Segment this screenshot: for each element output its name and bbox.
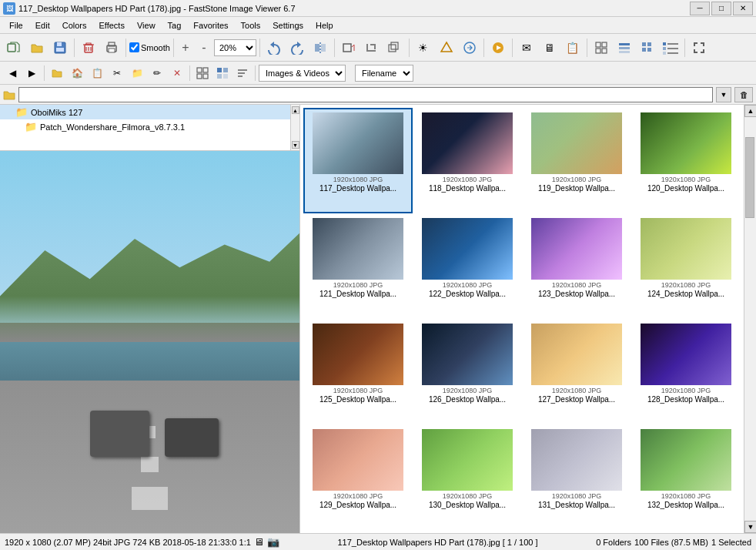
menu-tag[interactable]: Tag (162, 19, 188, 32)
nav-copy-button[interactable]: 📋 (88, 64, 106, 82)
nav-delete-button[interactable]: ✕ (168, 64, 186, 82)
forward-button[interactable]: ▶ (22, 64, 41, 82)
view-details-button[interactable] (660, 37, 681, 59)
thumb-item-2[interactable]: 1920x1080 JPG118_Desktop Wallpa... (413, 108, 522, 213)
nav-sort-button[interactable] (233, 64, 252, 82)
menu-settings[interactable]: Settings (266, 19, 309, 32)
nav-rename-button[interactable]: ✏ (148, 64, 166, 82)
wallpaper-button[interactable]: 🖥 (539, 37, 560, 59)
tree-item-patch[interactable]: 📁 Patch_Wondershare_Filmora_v8.7.3.1 (0, 119, 290, 134)
thumb-meta-10: 1920x1080 JPG (443, 387, 493, 394)
menu-file[interactable]: File (3, 19, 29, 32)
nav-home-button[interactable]: 🏠 (68, 64, 86, 82)
thumb-item-5[interactable]: 1920x1080 JPG121_Desktop Wallpa... (303, 213, 413, 319)
thumb-item-15[interactable]: 1920x1080 JPG131_Desktop Wallpa... (522, 424, 631, 530)
svg-rect-45 (217, 74, 222, 79)
menu-tools[interactable]: Tools (235, 19, 267, 32)
flip-h-button[interactable] (309, 37, 331, 59)
thumb-meta-13: 1920x1080 JPG (333, 492, 383, 500)
status-counts: 0 Folders 100 Files (87.5 MB) 1 Selected (596, 538, 751, 547)
separator-2 (125, 39, 126, 57)
nav-select-all-button[interactable] (193, 64, 212, 82)
crop-button[interactable] (361, 37, 383, 59)
tree-scroll-down[interactable]: ▼ (292, 141, 299, 149)
thumb-item-7[interactable]: 1920x1080 JPG123_Desktop Wallpa... (522, 213, 631, 319)
open-file-button[interactable] (3, 37, 25, 59)
thumb-item-1[interactable]: 1920x1080 JPG117_Desktop Wallpa... (303, 108, 413, 213)
menu-view[interactable]: View (131, 19, 162, 32)
scroll-thumb[interactable] (745, 137, 754, 218)
rotate-right-button[interactable] (286, 37, 308, 59)
tree-scroll-up[interactable]: ▲ (292, 106, 299, 114)
clone-button[interactable] (384, 37, 406, 59)
nav-thumb-size-button[interactable] (213, 64, 232, 82)
svg-rect-15 (343, 44, 351, 52)
open-folder-button[interactable] (26, 37, 48, 59)
thumb-item-16[interactable]: 1920x1080 JPG132_Desktop Wallpa... (631, 424, 741, 530)
selected-count: 1 Selected (711, 538, 751, 547)
close-button[interactable]: ✕ (733, 2, 753, 15)
menu-edit[interactable]: Edit (29, 19, 56, 32)
thumb-item-10[interactable]: 1920x1080 JPG126_Desktop Wallpa... (413, 319, 522, 424)
svg-rect-11 (109, 49, 115, 52)
nav-move-button[interactable]: ✂ (108, 64, 126, 82)
copy-button[interactable]: 📋 (562, 37, 584, 59)
batch-button[interactable] (590, 37, 612, 59)
thumb-image-2 (422, 112, 513, 174)
menu-help[interactable]: Help (309, 19, 340, 32)
thumb-item-6[interactable]: 1920x1080 JPG122_Desktop Wallpa... (413, 213, 522, 319)
sort-select[interactable]: Filename Date Size Type (355, 65, 413, 82)
separator-3 (173, 39, 174, 57)
nav-open-button[interactable] (48, 64, 66, 82)
thumb-item-9[interactable]: 1920x1080 JPG125_Desktop Wallpa... (303, 319, 413, 424)
nav-new-folder-button[interactable]: 📁 (128, 64, 146, 82)
delete-button[interactable] (78, 37, 99, 59)
svg-rect-28 (619, 51, 630, 53)
menu-favorites[interactable]: Favorites (187, 19, 234, 32)
minimize-button[interactable]: ─ (690, 2, 710, 15)
smooth-checkbox[interactable] (129, 42, 139, 52)
menu-colors[interactable]: Colors (56, 19, 93, 32)
view-grid-button[interactable] (637, 37, 658, 59)
thumb-item-3[interactable]: 1920x1080 JPG119_Desktop Wallpa... (522, 108, 631, 213)
scroll-down-button[interactable]: ▼ (744, 521, 756, 533)
maximize-button[interactable]: □ (711, 2, 731, 15)
zoom-select[interactable]: 5%10%20%25% 33%50%75%100% (214, 39, 256, 56)
zoom-in-button[interactable]: + (177, 39, 194, 56)
zoom-out-button[interactable]: - (196, 39, 212, 56)
window-controls: ─ □ ✕ (690, 2, 753, 15)
scroll-up-button[interactable]: ▲ (744, 105, 756, 117)
menu-effects[interactable]: Effects (93, 19, 131, 32)
thumb-item-8[interactable]: 1920x1080 JPG124_Desktop Wallpa... (631, 213, 741, 319)
back-button[interactable]: ◀ (3, 64, 22, 82)
svg-rect-27 (619, 47, 630, 49)
view-list-button[interactable] (614, 37, 635, 59)
print-button[interactable] (101, 37, 122, 59)
address-input[interactable]: D:\1_18.08\Oboi\OboiMiks 127\ (18, 87, 713, 102)
convert-button[interactable] (459, 37, 480, 59)
delete-path-button[interactable]: 🗑 (734, 87, 753, 102)
thumb-item-11[interactable]: 1920x1080 JPG127_Desktop Wallpa... (522, 319, 631, 424)
tree-item-oboiMiks[interactable]: 📁 OboiMiks 127 (0, 105, 290, 119)
separator-4 (259, 39, 260, 57)
brightness-button[interactable]: ☀ (413, 37, 434, 59)
thumb-image-1 (313, 112, 403, 174)
svg-rect-35 (663, 47, 666, 50)
smooth-checkbox-label[interactable]: Smooth (129, 42, 170, 52)
thumb-item-12[interactable]: 1920x1080 JPG128_Desktop Wallpa... (631, 319, 741, 424)
save-button[interactable] (49, 37, 71, 59)
thumb-item-4[interactable]: 1920x1080 JPG120_Desktop Wallpa... (631, 108, 741, 213)
rotate-left-button[interactable] (263, 37, 285, 59)
slideshow-button[interactable] (487, 37, 509, 59)
resize-button[interactable] (338, 37, 360, 59)
thumb-item-13[interactable]: 1920x1080 JPG129_Desktop Wallpa... (303, 424, 413, 530)
filter-select[interactable]: Images & Videos Images Only Videos Only … (259, 65, 346, 82)
sharpen-button[interactable] (436, 37, 457, 59)
email-button[interactable]: ✉ (516, 37, 537, 59)
thumb-image-15 (531, 429, 622, 491)
svg-rect-37 (663, 52, 666, 55)
thumb-item-14[interactable]: 1920x1080 JPG130_Desktop Wallpa... (413, 424, 522, 530)
fullscreen-button[interactable] (688, 37, 710, 59)
svg-rect-3 (56, 48, 64, 52)
addr-go-button[interactable]: ▼ (716, 87, 731, 102)
